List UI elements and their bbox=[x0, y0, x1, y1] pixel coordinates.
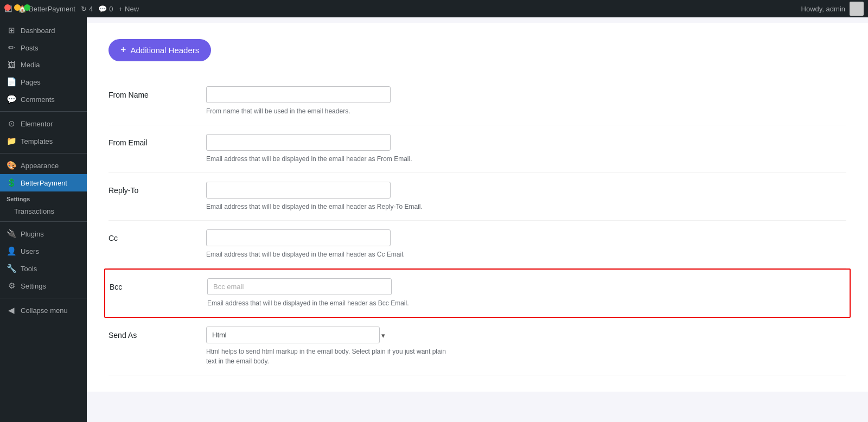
close-button[interactable] bbox=[4, 4, 11, 11]
sidebar-item-templates[interactable]: 📁 Templates bbox=[0, 132, 87, 150]
additional-headers-label: Additional Headers bbox=[131, 46, 200, 55]
sidebar-label-templates: Templates bbox=[21, 137, 53, 145]
sidebar-item-plugins[interactable]: 🔌 Plugins bbox=[0, 225, 87, 242]
sidebar-label-appearance: Appearance bbox=[21, 162, 59, 170]
cc-field: Email address that will be displayed in … bbox=[206, 229, 846, 259]
updates-link[interactable]: ↻ 4 bbox=[81, 5, 93, 13]
sidebar-label-dashboard: Dashboard bbox=[21, 27, 55, 35]
sidebar-item-tools[interactable]: 🔧 Tools bbox=[0, 260, 87, 277]
sidebar-item-dashboard[interactable]: ⊞ Dashboard bbox=[0, 22, 87, 39]
reply-to-label: Reply-To bbox=[108, 182, 206, 195]
sidebar-label-betterpayment: BetterPayment bbox=[21, 179, 67, 187]
sidebar-item-collapse[interactable]: ◀ Collapse menu bbox=[0, 302, 87, 319]
from-name-field: From name that will be used in the email… bbox=[206, 86, 846, 116]
bcc-input[interactable] bbox=[207, 278, 392, 295]
site-name: BetterPayment bbox=[29, 5, 75, 13]
send-as-field: Html Plain Text Html helps to send html … bbox=[206, 327, 846, 366]
send-as-select[interactable]: Html Plain Text bbox=[206, 327, 380, 343]
from-email-row: From Email Email address that will be di… bbox=[108, 125, 846, 173]
elementor-icon: ⊙ bbox=[7, 119, 16, 129]
bcc-row: Bcc Email address that will be displayed… bbox=[104, 268, 851, 318]
sidebar-item-media[interactable]: 🖼 Media bbox=[0, 56, 87, 73]
sidebar-label-media: Media bbox=[21, 61, 40, 69]
from-name-desc: From name that will be used in the email… bbox=[206, 106, 456, 116]
minimize-button[interactable] bbox=[14, 4, 21, 11]
bcc-desc: Email address that will be displayed in … bbox=[207, 298, 457, 308]
sidebar-item-comments[interactable]: 💬 Comments bbox=[0, 91, 87, 108]
sidebar-section-settings: Settings bbox=[0, 191, 87, 204]
howdy-text: Howdy, admin bbox=[801, 5, 845, 13]
cc-label: Cc bbox=[108, 229, 206, 242]
send-as-desc: Html helps to send html markup in the em… bbox=[206, 347, 456, 366]
plus-circle-icon: + bbox=[120, 44, 126, 56]
posts-icon: ✏ bbox=[7, 43, 16, 53]
sidebar-item-settings[interactable]: ⚙ Settings bbox=[0, 277, 87, 295]
cc-desc: Email address that will be displayed in … bbox=[206, 250, 456, 259]
sidebar-item-appearance[interactable]: 🎨 Appearance bbox=[0, 157, 87, 174]
sidebar-item-betterpayment[interactable]: 💲 BetterPayment bbox=[0, 174, 87, 191]
send-as-label: Send As bbox=[108, 327, 206, 340]
top-bar-right: Howdy, admin bbox=[801, 2, 864, 16]
sidebar-label-users: Users bbox=[21, 247, 39, 255]
from-email-field: Email address that will be displayed in … bbox=[206, 134, 846, 164]
additional-headers-button[interactable]: + Additional Headers bbox=[108, 39, 211, 61]
sidebar-sep-2 bbox=[0, 153, 87, 154]
sidebar-sep-1 bbox=[0, 111, 87, 112]
reply-to-desc: Email address that will be displayed in … bbox=[206, 202, 456, 212]
sidebar-sep-4 bbox=[0, 298, 87, 298]
sidebar-label-plugins: Plugins bbox=[21, 230, 44, 238]
settings-icon: ⚙ bbox=[7, 281, 16, 291]
from-email-desc: Email address that will be displayed in … bbox=[206, 154, 456, 164]
cc-row: Cc Email address that will be displayed … bbox=[108, 221, 846, 268]
comments-link[interactable]: 💬 0 bbox=[98, 5, 113, 13]
comment-count: 0 bbox=[109, 5, 113, 13]
sidebar-item-users[interactable]: 👤 Users bbox=[0, 242, 87, 260]
collapse-icon: ◀ bbox=[7, 305, 16, 315]
new-menu[interactable]: + New bbox=[118, 5, 139, 13]
reply-to-input[interactable] bbox=[206, 182, 391, 199]
from-email-label: From Email bbox=[108, 134, 206, 147]
window-controls bbox=[4, 4, 30, 11]
comments-nav-icon: 💬 bbox=[7, 94, 16, 104]
from-name-input[interactable] bbox=[206, 86, 391, 103]
avatar[interactable] bbox=[850, 2, 864, 16]
sidebar-item-pages[interactable]: 📄 Pages bbox=[0, 73, 87, 91]
send-as-row: Send As Html Plain Text Html helps to se… bbox=[108, 318, 846, 375]
sidebar-label-settings: Settings bbox=[21, 282, 46, 290]
inner-content: + Additional Headers From Name From name… bbox=[87, 17, 868, 422]
sidebar-label-comments: Comments bbox=[21, 95, 55, 104]
collapse-label: Collapse menu bbox=[21, 306, 68, 315]
sidebar-item-posts[interactable]: ✏ Posts bbox=[0, 39, 87, 56]
top-bar: ⊞ 🏠 BetterPayment ↻ 4 💬 0 + New Howdy, a… bbox=[0, 0, 868, 17]
update-count: 4 bbox=[89, 5, 93, 13]
sidebar-sep-3 bbox=[0, 221, 87, 222]
content-area: + Additional Headers From Name From name… bbox=[87, 17, 868, 422]
sidebar-item-elementor[interactable]: ⊙ Elementor bbox=[0, 115, 87, 132]
media-icon: 🖼 bbox=[7, 60, 16, 69]
page-body: + Additional Headers From Name From name… bbox=[87, 23, 868, 392]
templates-icon: 📁 bbox=[7, 136, 16, 146]
send-as-select-wrapper: Html Plain Text bbox=[206, 327, 391, 343]
users-icon: 👤 bbox=[7, 246, 16, 256]
from-name-row: From Name From name that will be used in… bbox=[108, 78, 846, 125]
reply-to-row: Reply-To Email address that will be disp… bbox=[108, 173, 846, 221]
plus-icon: + bbox=[118, 5, 123, 13]
cc-input[interactable] bbox=[206, 229, 391, 246]
plugins-icon: 🔌 bbox=[7, 229, 16, 239]
pages-icon: 📄 bbox=[7, 77, 16, 87]
updates-icon: ↻ bbox=[81, 5, 87, 13]
sidebar-label-posts: Posts bbox=[21, 44, 39, 52]
sidebar-label-pages: Pages bbox=[21, 78, 41, 86]
sidebar-sub-transactions[interactable]: Transactions bbox=[0, 204, 87, 218]
page-header-space bbox=[87, 17, 868, 23]
betterpayment-icon: 💲 bbox=[7, 178, 16, 188]
layout: ⊞ Dashboard ✏ Posts 🖼 Media 📄 Pages 💬 Co… bbox=[0, 17, 868, 422]
appearance-icon: 🎨 bbox=[7, 161, 16, 170]
sidebar: ⊞ Dashboard ✏ Posts 🖼 Media 📄 Pages 💬 Co… bbox=[0, 17, 87, 422]
from-name-label: From Name bbox=[108, 86, 206, 99]
bcc-field: Email address that will be displayed in … bbox=[207, 278, 845, 308]
from-email-input[interactable] bbox=[206, 134, 391, 151]
maximize-button[interactable] bbox=[24, 4, 30, 11]
bcc-label: Bcc bbox=[110, 278, 207, 291]
main-area: + Additional Headers From Name From name… bbox=[87, 17, 868, 422]
